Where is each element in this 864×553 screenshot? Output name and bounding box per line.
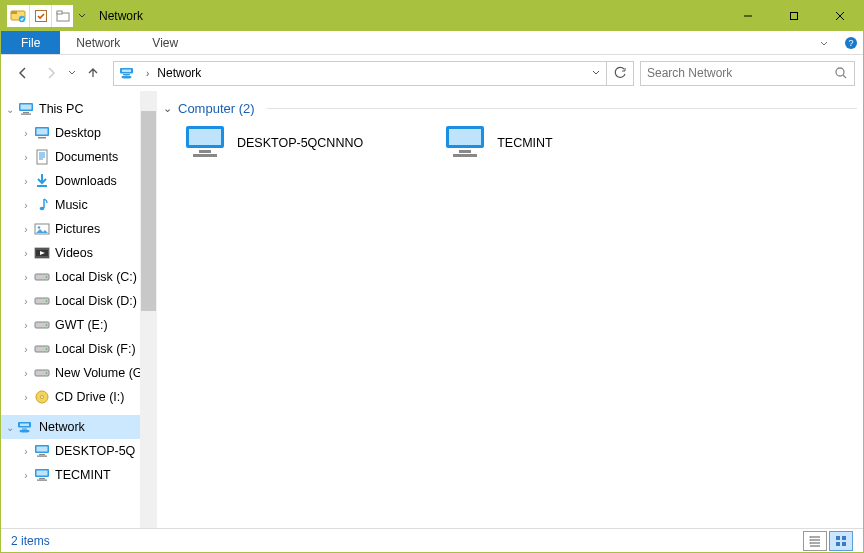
chevron-down-icon[interactable]: ⌄ <box>3 422 17 433</box>
chevron-right-icon[interactable]: › <box>19 128 33 139</box>
tree-label: Network <box>39 420 85 434</box>
chevron-right-icon[interactable]: › <box>19 296 33 307</box>
tree-item-computer[interactable]: ›DESKTOP-5QCNNNO <box>1 439 157 463</box>
help-button[interactable]: ? <box>839 31 863 54</box>
tree-label: Local Disk (D:) <box>55 294 137 308</box>
svg-rect-56 <box>193 154 217 157</box>
tree-item-this-pc[interactable]: ⌄ This PC <box>1 97 157 121</box>
svg-rect-54 <box>189 129 221 145</box>
chevron-right-icon[interactable]: › <box>19 368 33 379</box>
breadcrumb-item[interactable]: Network <box>153 66 205 80</box>
up-button[interactable] <box>79 59 107 87</box>
svg-rect-59 <box>459 150 471 153</box>
minimize-button[interactable] <box>725 1 771 31</box>
maximize-button[interactable] <box>771 1 817 31</box>
svg-point-23 <box>40 207 45 210</box>
app-icon[interactable] <box>7 5 29 27</box>
disk-icon <box>33 295 51 307</box>
chevron-right-icon[interactable]: › <box>19 320 33 331</box>
close-button[interactable] <box>817 1 863 31</box>
svg-point-25 <box>38 226 41 229</box>
tab-view[interactable]: View <box>136 31 194 54</box>
forward-button[interactable] <box>37 59 65 87</box>
network-icon <box>17 420 35 434</box>
refresh-button[interactable] <box>607 61 634 86</box>
disk-icon <box>33 343 51 355</box>
tree-label: New Volume (G:) <box>55 366 150 380</box>
chevron-right-icon[interactable]: › <box>19 344 33 355</box>
tree-label: Local Disk (C:) <box>55 270 137 284</box>
details-view-button[interactable] <box>803 531 827 551</box>
ribbon: File Network View ? <box>1 31 863 55</box>
tree-item-cd-drive[interactable]: ›CD Drive (I:) <box>1 385 157 409</box>
tree-label: Local Disk (F:) <box>55 342 136 356</box>
svg-rect-51 <box>39 478 45 479</box>
tree-item-computer[interactable]: ›TECMINT <box>1 463 157 487</box>
tree-item-music[interactable]: ›Music <box>1 193 157 217</box>
chevron-right-icon[interactable]: › <box>19 152 33 163</box>
svg-rect-11 <box>123 74 130 75</box>
address-bar-icon <box>114 65 142 81</box>
quick-access-toolbar <box>1 5 73 27</box>
address-bar[interactable]: › Network <box>113 61 607 86</box>
tree-item-disk-c[interactable]: ›Local Disk (C:) <box>1 265 157 289</box>
scrollbar[interactable] <box>140 91 157 528</box>
search-box[interactable] <box>640 61 855 86</box>
svg-point-32 <box>46 300 48 302</box>
tree-item-videos[interactable]: ›Videos <box>1 241 157 265</box>
svg-rect-64 <box>836 536 840 540</box>
large-icons-view-button[interactable] <box>829 531 853 551</box>
svg-point-62 <box>809 539 810 540</box>
chevron-right-icon[interactable]: › <box>19 446 33 457</box>
qat-properties-icon[interactable] <box>29 5 51 27</box>
chevron-right-icon[interactable]: › <box>19 224 33 235</box>
tree-item-disk-d[interactable]: ›Local Disk (D:) <box>1 289 157 313</box>
tree-item-pictures[interactable]: ›Pictures <box>1 217 157 241</box>
tree-label: Music <box>55 198 88 212</box>
computer-item[interactable]: TECMINT <box>443 124 553 162</box>
address-history-button[interactable] <box>586 69 606 77</box>
tab-label: Network <box>76 36 120 50</box>
pc-icon <box>183 124 227 162</box>
svg-rect-17 <box>21 114 31 115</box>
computer-item[interactable]: DESKTOP-5QCNNNO <box>183 124 363 162</box>
chevron-right-icon[interactable]: › <box>19 248 33 259</box>
recent-locations-button[interactable] <box>65 59 79 87</box>
chevron-right-icon[interactable]: › <box>19 470 33 481</box>
chevron-right-icon[interactable]: › <box>142 68 153 79</box>
chevron-right-icon[interactable]: › <box>19 272 33 283</box>
tree-item-documents[interactable]: ›Documents <box>1 145 157 169</box>
window-title: Network <box>99 9 143 23</box>
tree-item-desktop[interactable]: ›Desktop <box>1 121 157 145</box>
svg-point-13 <box>836 68 844 76</box>
ribbon-expand-button[interactable] <box>809 31 839 54</box>
svg-rect-48 <box>37 456 47 457</box>
group-header-computer[interactable]: ⌄ Computer (2) <box>163 101 857 116</box>
tree-item-network[interactable]: ⌄ Network <box>1 415 157 439</box>
svg-rect-22 <box>37 185 47 187</box>
status-bar: 2 items <box>1 528 863 552</box>
tree-item-disk-g[interactable]: ›New Volume (G:) <box>1 361 157 385</box>
chevron-down-icon[interactable]: ⌄ <box>163 102 172 115</box>
tab-network[interactable]: Network <box>60 31 136 54</box>
svg-rect-66 <box>836 542 840 546</box>
chevron-right-icon[interactable]: › <box>19 392 33 403</box>
file-menu-button[interactable]: File <box>1 31 60 54</box>
disk-icon <box>33 319 51 331</box>
svg-point-30 <box>46 276 48 278</box>
tree-label: Desktop <box>55 126 101 140</box>
chevron-down-icon[interactable]: ⌄ <box>3 104 17 115</box>
qat-new-folder-icon[interactable] <box>51 5 73 27</box>
scrollbar-thumb[interactable] <box>141 111 156 311</box>
tree-item-disk-f[interactable]: ›Local Disk (F:) <box>1 337 157 361</box>
svg-point-36 <box>46 348 48 350</box>
tree-item-downloads[interactable]: ›Downloads <box>1 169 157 193</box>
back-button[interactable] <box>9 59 37 87</box>
qat-customize-button[interactable] <box>75 12 89 20</box>
search-icon[interactable] <box>834 66 848 80</box>
search-input[interactable] <box>647 66 834 80</box>
tree-item-disk-e[interactable]: ›GWT (E:) <box>1 313 157 337</box>
chevron-right-icon[interactable]: › <box>19 200 33 211</box>
chevron-right-icon[interactable]: › <box>19 176 33 187</box>
pc-icon <box>33 444 51 458</box>
